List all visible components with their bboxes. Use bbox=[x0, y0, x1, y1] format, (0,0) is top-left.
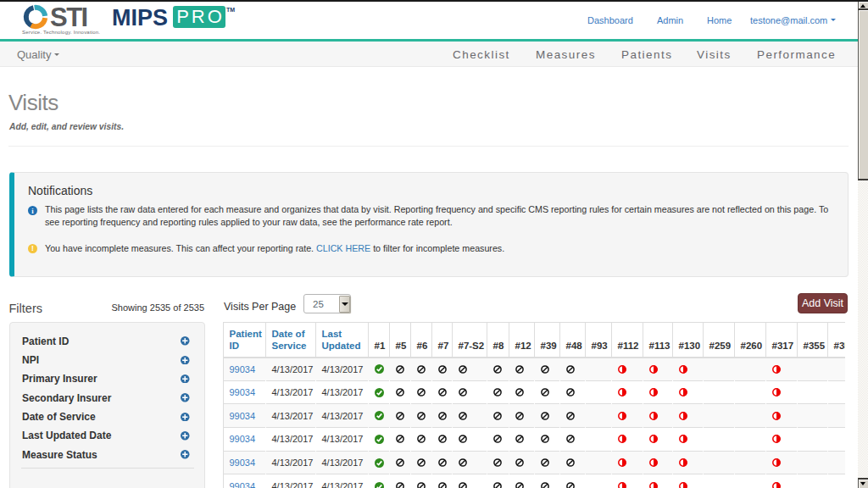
svg-text:!: ! bbox=[31, 244, 34, 252]
